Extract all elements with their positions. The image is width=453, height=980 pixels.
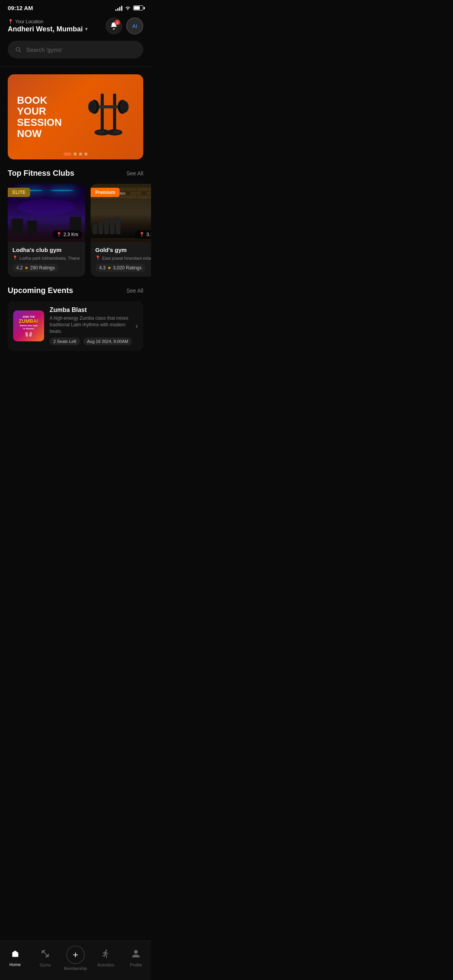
location-name[interactable]: Andheri West, Mumbai ▾: [8, 25, 88, 33]
event-tags-zumba: 2 Seats Left Aug 16 2024, 8:00AM: [50, 338, 138, 345]
battery-icon: [133, 5, 143, 10]
star-icon: ★: [24, 265, 29, 271]
fitness-clubs-header: Top Fitness Clubs See All: [0, 169, 151, 184]
banner-text: BOOKYOURSESSIONNOW: [17, 95, 62, 139]
location-pin-icon: 📍: [8, 19, 14, 24]
club-address-1: 📍 Lodha park lokhandwala, Thane: [12, 255, 81, 260]
svg-point-6: [121, 101, 129, 113]
club-address-2: 📍 East powai hirandani estate, Mu: [95, 255, 151, 260]
status-bar: 09:12 AM: [0, 0, 151, 14]
pin-icon-2: 📍: [139, 232, 145, 237]
club-name-1: Lodha's club gym: [12, 247, 81, 253]
club-distance-1: 📍 2.3 Km: [52, 230, 82, 239]
banner-container[interactable]: BOOKYOURSESSIONNOW: [8, 74, 143, 159]
address-pin-icon-2: 📍: [95, 255, 101, 260]
club-badge-elite: ELITE: [8, 188, 30, 197]
section-divider: [0, 66, 151, 67]
status-time: 09:12 AM: [8, 5, 33, 11]
pin-icon: 📍: [56, 232, 62, 237]
event-arrow-icon: ›: [136, 322, 138, 330]
header-actions: 1 Ai: [105, 17, 143, 34]
club-rating-2: 4.3 ★ 3,020 Ratings: [95, 264, 146, 272]
svg-rect-0: [101, 94, 104, 132]
barbell-illustration: [77, 82, 139, 152]
ai-label: Ai: [132, 23, 137, 29]
banner: BOOKYOURSESSIONNOW: [8, 74, 143, 159]
club-image-elite: ELITE 📍 2.3 Km: [8, 184, 85, 242]
event-content-zumba: Zumba Blast A high-energy Zumba class th…: [50, 307, 138, 345]
address-pin-icon: 📍: [12, 255, 18, 260]
club-card-elite[interactable]: ELITE 📍 2.3 Km Lodha's club gym 📍 Lodha …: [8, 184, 85, 277]
banner-dot-3: [79, 152, 82, 156]
event-image-zumba: JOIN THE ZUMBA! Dance your wayto fitness…: [13, 310, 44, 341]
banner-dot-1: [63, 152, 71, 156]
chevron-down-icon: ▾: [85, 26, 88, 32]
fitness-clubs-scroll: ELITE 📍 2.3 Km Lodha's club gym 📍 Lodha …: [0, 184, 151, 286]
club-info-1: Lodha's club gym 📍 Lodha park lokhandwal…: [8, 242, 85, 277]
club-info-2: Gold's gym 📍 East powai hirandani estate…: [91, 242, 151, 277]
club-badge-premium: Premium: [91, 188, 120, 197]
event-seats-tag: 2 Seats Left: [50, 338, 80, 345]
svg-rect-1: [113, 94, 116, 132]
header: 📍 Your Location Andheri West, Mumbai ▾ 1…: [0, 14, 151, 41]
banner-dot-2: [74, 152, 77, 156]
events-see-all[interactable]: See All: [126, 288, 143, 294]
search-placeholder: Search 'gyms': [26, 46, 62, 53]
fitness-clubs-see-all[interactable]: See All: [126, 170, 143, 176]
star-icon-2: ★: [107, 265, 112, 271]
svg-rect-10: [113, 130, 120, 134]
events-section: Upcoming Events See All JOIN THE ZUMBA! …: [0, 286, 151, 358]
notification-button[interactable]: 1: [105, 17, 122, 34]
svg-point-4: [88, 101, 96, 113]
club-card-premium[interactable]: HE MECCABODYBUILDING Premium 📍 3.1 Km Go…: [91, 184, 151, 277]
signal-icon: [115, 5, 122, 11]
location-label: 📍 Your Location: [8, 19, 88, 24]
event-card-zumba[interactable]: JOIN THE ZUMBA! Dance your wayto fitness…: [8, 301, 143, 351]
event-description-zumba: A high-energy Zumba class that mixes tra…: [50, 315, 138, 334]
club-image-premium: HE MECCABODYBUILDING Premium 📍 3.1 Km: [91, 184, 151, 242]
search-icon: [15, 46, 22, 53]
banner-dot-4: [84, 152, 88, 156]
svg-rect-9: [97, 130, 104, 134]
fitness-clubs-title: Top Fitness Clubs: [8, 169, 74, 178]
event-title-zumba: Zumba Blast: [50, 307, 138, 314]
wifi-icon: [125, 5, 131, 11]
status-icons: [115, 5, 143, 11]
search-container: Search 'gyms': [0, 41, 151, 66]
events-header: Upcoming Events See All: [0, 286, 151, 301]
search-bar[interactable]: Search 'gyms': [8, 41, 143, 58]
ai-button[interactable]: Ai: [126, 17, 143, 34]
club-name-2: Gold's gym: [95, 247, 151, 253]
location-section[interactable]: 📍 Your Location Andheri West, Mumbai ▾: [8, 19, 88, 33]
event-date-tag: Aug 16 2024, 8:00AM: [83, 338, 132, 345]
events-title: Upcoming Events: [8, 286, 73, 295]
club-rating-1: 4.2 ★ 290 Ratings: [12, 264, 59, 272]
club-distance-2: 📍 3.1 Km: [135, 230, 151, 239]
notification-badge: 1: [115, 20, 120, 25]
